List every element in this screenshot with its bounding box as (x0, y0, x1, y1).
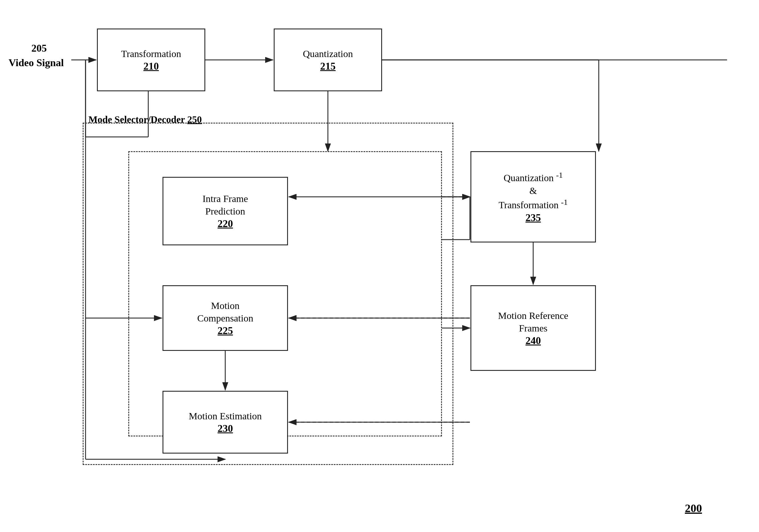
quantization-block: Quantization 215 (274, 28, 382, 91)
motion-est-title: Motion Estimation (189, 410, 262, 423)
transformation-number: 210 (143, 60, 159, 72)
motion-est-number: 230 (218, 423, 233, 434)
motion-comp-block: MotionCompensation 225 (163, 285, 288, 351)
mode-selector-label: Mode Selector/Decoder 250 (88, 114, 202, 125)
motion-est-block: Motion Estimation 230 (163, 391, 288, 454)
mode-selector-number: 250 (187, 114, 202, 125)
diagram: 205 Video Signal Transformation 210 Quan… (0, 0, 759, 532)
motion-reference-block: Motion ReferenceFrames 240 (470, 285, 596, 371)
motion-reference-number: 240 (526, 335, 541, 347)
motion-comp-number: 225 (218, 325, 233, 337)
signal-number: 205 (31, 42, 47, 54)
intra-frame-block: Intra FramePrediction 220 (163, 177, 288, 245)
diagram-number: 200 (685, 502, 702, 515)
motion-comp-title: MotionCompensation (197, 300, 253, 325)
transformation-block: Transformation 210 (97, 28, 205, 91)
quant-inv-number: 235 (526, 212, 541, 224)
quantization-number: 215 (320, 60, 336, 72)
quantization-title: Quantization (303, 48, 353, 60)
video-signal-label: Video Signal (9, 56, 64, 70)
quant-inv-block: Quantization -1&Transformation -1 235 (470, 151, 596, 242)
intra-frame-title: Intra FramePrediction (202, 192, 248, 218)
motion-reference-title: Motion ReferenceFrames (498, 309, 568, 335)
quant-inv-title: Quantization -1&Transformation -1 (499, 170, 568, 211)
transformation-title: Transformation (121, 48, 181, 60)
intra-frame-number: 220 (218, 218, 233, 230)
